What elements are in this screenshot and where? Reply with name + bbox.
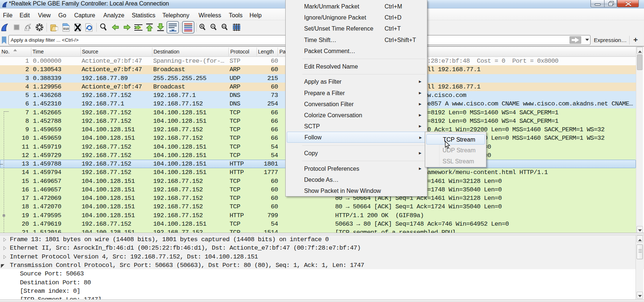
svg-text:010: 010: [63, 27, 69, 31]
